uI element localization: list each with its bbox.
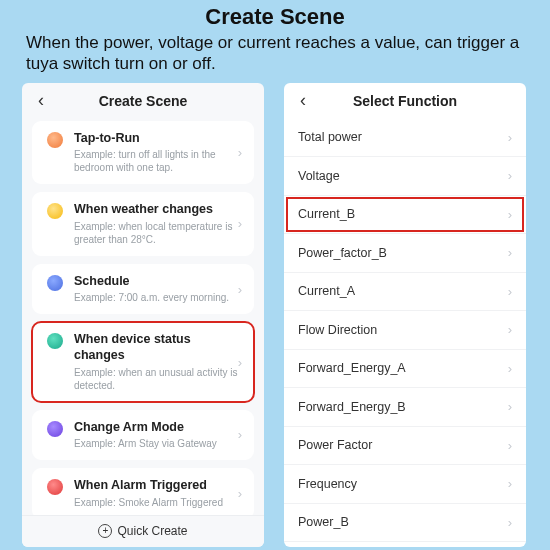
chevron-right-icon: › [238, 486, 242, 501]
tap-icon [42, 131, 68, 148]
phone-create-scene: ‹ Create Scene Tap-to-Run Example: turn … [22, 83, 264, 547]
chevron-right-icon: › [508, 284, 512, 299]
phone-title: Create Scene [22, 93, 264, 109]
chevron-right-icon: › [508, 515, 512, 530]
function-row-frequency[interactable]: Frequency › [284, 465, 526, 504]
card-subtitle: Example: Arm Stay via Gateway [74, 437, 238, 450]
card-alarm-triggered[interactable]: When Alarm Triggered Example: Smoke Alar… [32, 468, 254, 514]
function-label: Forward_Energy_B [298, 400, 406, 414]
function-row-forward-energy-b[interactable]: Forward_Energy_B › [284, 388, 526, 427]
function-label: Power_B [298, 515, 349, 529]
chevron-right-icon: › [508, 399, 512, 414]
function-row-voltage[interactable]: Voltage › [284, 157, 526, 196]
card-subtitle: Example: when an unusual activity is det… [74, 366, 238, 392]
phone-body: Tap-to-Run Example: turn off all lights … [22, 119, 264, 515]
function-label: Voltage [298, 169, 340, 183]
chevron-right-icon: › [508, 438, 512, 453]
function-label: Total power [298, 130, 362, 144]
function-label: Current_B [298, 207, 355, 221]
function-label: Current_A [298, 284, 355, 298]
card-tap-to-run[interactable]: Tap-to-Run Example: turn off all lights … [32, 121, 254, 185]
card-title: Change Arm Mode [74, 420, 238, 436]
phone-select-function: ‹ Select Function Total power › Voltage … [284, 83, 526, 547]
function-label: Flow Direction [298, 323, 377, 337]
back-icon[interactable]: ‹ [294, 90, 312, 111]
card-device-status-changes[interactable]: When device status changes Example: when… [32, 322, 254, 401]
card-title: When weather changes [74, 202, 238, 218]
chevron-right-icon: › [508, 207, 512, 222]
phone-title: Select Function [284, 93, 526, 109]
card-title: When Alarm Triggered [74, 478, 238, 494]
function-label: Frequency [298, 477, 357, 491]
function-row-forward-energy-a[interactable]: Forward_Energy_A › [284, 350, 526, 389]
card-title: Schedule [74, 274, 238, 290]
function-row-power-factor[interactable]: Power Factor › [284, 427, 526, 466]
phone-header: ‹ Create Scene [22, 83, 264, 119]
function-label: Power_factor_B [298, 246, 387, 260]
back-icon[interactable]: ‹ [32, 90, 50, 111]
page-description: When the power, voltage or current reach… [0, 32, 550, 83]
card-title: Tap-to-Run [74, 131, 238, 147]
function-row-current-a[interactable]: Current_A › [284, 273, 526, 312]
page-title: Create Scene [0, 0, 550, 32]
phone-header: ‹ Select Function [284, 83, 526, 119]
quick-create-label: Quick Create [117, 524, 187, 538]
chevron-right-icon: › [508, 322, 512, 337]
plus-icon: + [98, 524, 112, 538]
card-title: When device status changes [74, 332, 238, 363]
card-change-arm-mode[interactable]: Change Arm Mode Example: Arm Stay via Ga… [32, 410, 254, 461]
clock-icon [42, 274, 68, 291]
device-icon [42, 332, 68, 349]
chevron-right-icon: › [508, 168, 512, 183]
shield-icon [42, 420, 68, 437]
function-label: Forward_Energy_A [298, 361, 406, 375]
quick-create-button[interactable]: + Quick Create [22, 515, 264, 547]
chevron-right-icon: › [238, 427, 242, 442]
function-row-power-factor-b[interactable]: Power_factor_B › [284, 234, 526, 273]
card-subtitle: Example: Smoke Alarm Triggered [74, 496, 238, 509]
card-subtitle: Example: when local temperature is great… [74, 220, 238, 246]
function-row-power-b[interactable]: Power_B › [284, 504, 526, 543]
phones-container: ‹ Create Scene Tap-to-Run Example: turn … [0, 83, 550, 547]
chevron-right-icon: › [238, 282, 242, 297]
chevron-right-icon: › [238, 216, 242, 231]
chevron-right-icon: › [508, 130, 512, 145]
chevron-right-icon: › [238, 355, 242, 370]
function-row-current-b[interactable]: Current_B › [284, 196, 526, 235]
chevron-right-icon: › [508, 361, 512, 376]
card-weather-changes[interactable]: When weather changes Example: when local… [32, 192, 254, 256]
card-schedule[interactable]: Schedule Example: 7:00 a.m. every mornin… [32, 264, 254, 315]
function-label: Power Factor [298, 438, 372, 452]
function-list: Total power › Voltage › Current_B › Powe… [284, 119, 526, 547]
function-row-flow-direction[interactable]: Flow Direction › [284, 311, 526, 350]
sun-icon [42, 202, 68, 219]
chevron-right-icon: › [508, 476, 512, 491]
chevron-right-icon: › [508, 245, 512, 260]
function-row-total-power[interactable]: Total power › [284, 119, 526, 158]
chevron-right-icon: › [238, 145, 242, 160]
alarm-icon [42, 478, 68, 495]
card-subtitle: Example: turn off all lights in the bedr… [74, 148, 238, 174]
card-subtitle: Example: 7:00 a.m. every morning. [74, 291, 238, 304]
